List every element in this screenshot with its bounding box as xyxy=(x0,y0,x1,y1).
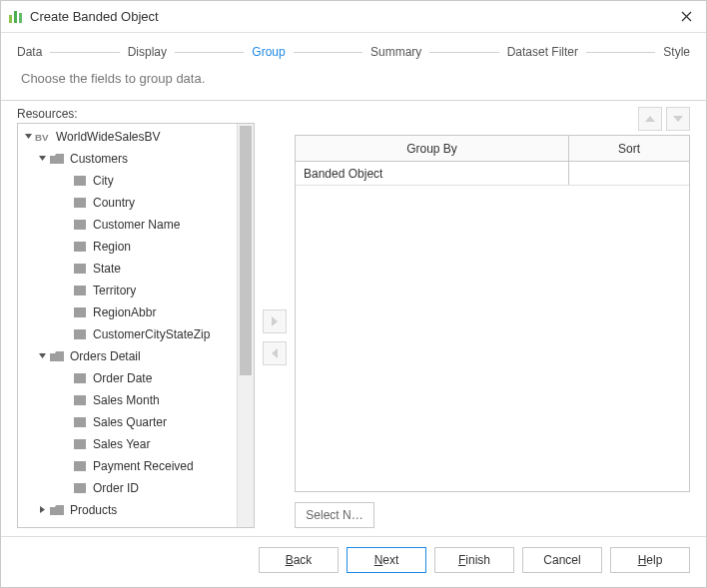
wizard-steps: Data Display Group Summary Dataset Filte… xyxy=(1,33,706,67)
svg-rect-10 xyxy=(74,329,86,339)
cell-group-by[interactable]: Banded Object xyxy=(296,162,569,185)
resources-label: Resources: xyxy=(17,107,255,121)
bv-icon: BV xyxy=(35,130,51,144)
table-row[interactable]: Banded Object xyxy=(296,162,689,186)
tree-item[interactable]: Customer Name xyxy=(18,214,237,236)
step-display[interactable]: Display xyxy=(128,45,167,59)
svg-rect-16 xyxy=(74,483,86,493)
tree-item-label: Orders Detail xyxy=(70,349,141,363)
field-icon xyxy=(72,218,88,232)
field-icon xyxy=(72,415,88,429)
tree-item[interactable]: Region xyxy=(18,236,237,258)
close-button[interactable] xyxy=(674,5,698,29)
folder-icon xyxy=(49,152,65,166)
svg-rect-15 xyxy=(74,461,86,471)
tree-item[interactable]: Sales Year xyxy=(18,433,237,455)
tree-item-label: Customer Name xyxy=(93,218,180,232)
tree-item[interactable]: Order ID xyxy=(18,477,237,499)
expand-open-icon[interactable] xyxy=(36,153,48,165)
tree-item-label: WorldWideSalesBV xyxy=(56,130,160,144)
svg-rect-8 xyxy=(74,286,86,295)
tree-scrollbar[interactable] xyxy=(237,124,254,527)
svg-rect-11 xyxy=(74,373,86,383)
move-down-button[interactable] xyxy=(666,107,690,131)
svg-rect-5 xyxy=(74,220,86,230)
svg-rect-13 xyxy=(74,417,86,427)
help-label: Help xyxy=(638,553,663,567)
tree-item[interactable]: Sales Quarter xyxy=(18,411,237,433)
expand-open-icon[interactable] xyxy=(36,350,48,362)
tree-item[interactable]: State xyxy=(18,258,237,280)
tree-item[interactable]: Customers xyxy=(18,148,237,170)
back-button[interactable]: Back xyxy=(259,547,339,573)
step-divider xyxy=(294,52,362,53)
arrow-down-icon xyxy=(672,113,684,125)
select-n-row: Select N… xyxy=(295,502,690,528)
scrollbar-thumb[interactable] xyxy=(240,126,252,375)
step-group[interactable]: Group xyxy=(252,45,285,59)
next-button[interactable]: Next xyxy=(347,547,426,573)
tree-item[interactable]: Order Date xyxy=(18,367,237,389)
tree-item[interactable]: Sales Month xyxy=(18,389,237,411)
field-icon xyxy=(72,481,88,495)
svg-text:BV: BV xyxy=(35,132,49,143)
step-data[interactable]: Data xyxy=(17,45,42,59)
tree-viewport[interactable]: BVWorldWideSalesBVCustomersCityCountryCu… xyxy=(18,124,237,527)
tree-item-label: Sales Month xyxy=(93,393,160,407)
tree-item[interactable]: BVWorldWideSalesBV xyxy=(18,126,237,148)
field-icon xyxy=(72,284,88,297)
tree-item[interactable]: CustomerCityStateZip xyxy=(18,323,237,345)
expand-closed-icon[interactable] xyxy=(36,504,48,516)
tree-item[interactable]: Payment Received xyxy=(18,455,237,477)
finish-button[interactable]: Finish xyxy=(434,547,514,573)
field-icon xyxy=(72,240,88,254)
tree-item[interactable]: RegionAbbr xyxy=(18,301,237,323)
table-empty-area xyxy=(296,186,689,491)
col-sort[interactable]: Sort xyxy=(569,136,689,161)
tree-item-label: Products xyxy=(70,503,117,517)
tree-item[interactable]: Territory xyxy=(18,280,237,301)
cancel-label: Cancel xyxy=(543,553,580,567)
tree-item[interactable]: Products xyxy=(18,499,237,521)
select-n-button[interactable]: Select N… xyxy=(295,502,374,528)
arrow-left-icon xyxy=(269,347,281,359)
tree-item-label: Order ID xyxy=(93,481,139,495)
expand-open-icon[interactable] xyxy=(22,131,34,143)
step-divider xyxy=(175,52,244,53)
step-divider xyxy=(586,52,655,53)
tree-item[interactable]: City xyxy=(18,170,237,192)
next-label: Next xyxy=(374,553,399,567)
tree-item[interactable]: Country xyxy=(18,192,237,214)
svg-rect-14 xyxy=(74,439,86,449)
cell-sort[interactable] xyxy=(569,162,689,185)
help-button[interactable]: Help xyxy=(610,547,690,573)
tree-item-label: Customers xyxy=(70,152,128,166)
step-summary[interactable]: Summary xyxy=(370,45,421,59)
move-up-button[interactable] xyxy=(638,107,662,131)
table-header: Group By Sort xyxy=(296,136,689,162)
tree-item-label: Order Date xyxy=(93,371,152,385)
col-group-by[interactable]: Group By xyxy=(296,136,569,161)
remove-button[interactable] xyxy=(263,341,287,365)
main-content: Resources: BVWorldWideSalesBVCustomersCi… xyxy=(1,107,706,536)
footer-buttons: Back Next Finish Cancel Help xyxy=(1,536,706,587)
field-icon xyxy=(72,393,88,407)
cancel-button[interactable]: Cancel xyxy=(522,547,602,573)
window-title: Create Banded Object xyxy=(30,9,159,24)
svg-rect-6 xyxy=(74,242,86,252)
add-button[interactable] xyxy=(263,309,287,333)
step-dataset-filter[interactable]: Dataset Filter xyxy=(507,45,578,59)
step-style[interactable]: Style xyxy=(663,45,690,59)
field-icon xyxy=(72,459,88,473)
folder-icon xyxy=(49,503,65,517)
reorder-buttons xyxy=(295,107,690,131)
field-icon xyxy=(72,437,88,451)
step-description: Choose the fields to group data. xyxy=(1,67,706,100)
transfer-buttons xyxy=(263,107,287,528)
field-icon xyxy=(72,305,88,319)
resources-panel: Resources: BVWorldWideSalesBVCustomersCi… xyxy=(17,107,255,528)
close-icon xyxy=(681,11,692,22)
tree-item[interactable]: Orders Detail xyxy=(18,345,237,367)
divider xyxy=(1,100,706,101)
field-icon xyxy=(72,327,88,341)
